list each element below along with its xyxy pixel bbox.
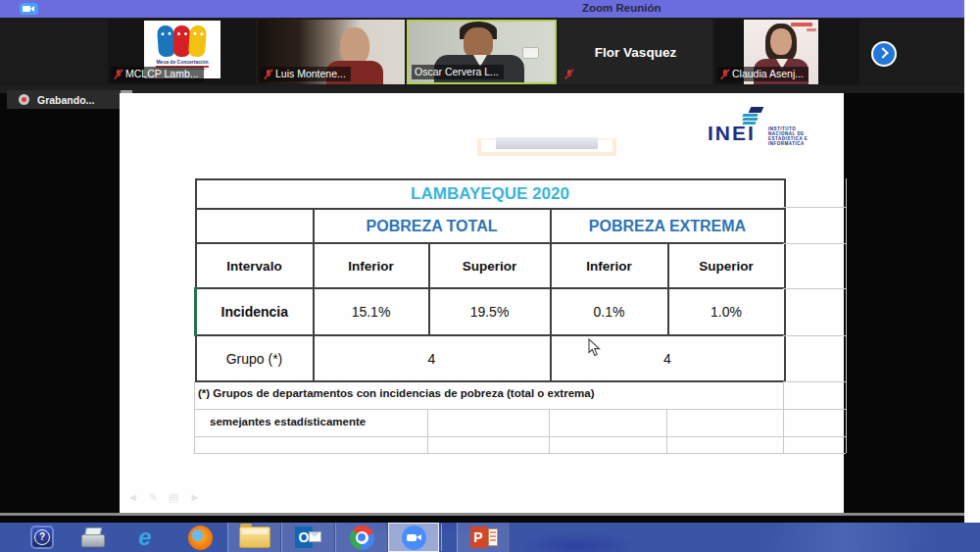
chrome-icon	[350, 526, 374, 550]
previous-slide-button[interactable]: ◄	[127, 491, 138, 504]
outlook-icon: O	[295, 527, 321, 548]
row-label-incidencia: Incidencia	[196, 288, 314, 335]
cell-incidencia-extrema-superior: 1.0%	[668, 288, 785, 335]
taskbar-help-app-button[interactable]: ?	[27, 523, 57, 552]
participant-tile-claudia[interactable]: Claudia Asenj...	[714, 20, 859, 84]
printer-icon	[79, 527, 105, 547]
group-header-pobreza-total: POBREZA TOTAL	[314, 209, 551, 243]
group-header-pobreza-extrema: POBREZA EXTREMA	[551, 209, 785, 243]
taskbar-firefox-button[interactable]	[184, 523, 216, 552]
participant-tile-oscar-active-speaker[interactable]: Oscar Cervera L...	[407, 20, 557, 84]
taskbar-printer-button[interactable]	[76, 523, 108, 552]
recording-label: Grabando...	[37, 94, 94, 106]
taskbar-file-explorer-button[interactable]	[227, 523, 281, 552]
video-camera-icon	[20, 3, 38, 15]
mclcp-logo-text: Mesa de Concertación	[144, 59, 220, 65]
cell-grupo-extrema: 4	[551, 335, 785, 381]
col-header-superior-1: Superior	[429, 243, 551, 288]
shared-slide: INEI INSTITUTONACIONAL DEESTADISTICA EIN…	[120, 93, 844, 513]
pen-tool-button[interactable]: ✎	[149, 491, 158, 504]
col-header-inferior-1: Inferior	[314, 243, 429, 288]
inei-subtitle: INSTITUTONACIONAL DEESTADISTICA EINFORMA…	[768, 126, 808, 146]
muted-mic-icon	[720, 69, 729, 79]
participant-name-label: Claudia Asenj...	[717, 67, 808, 81]
taskbar-powerpoint-button[interactable]: P	[457, 523, 511, 552]
table-title: LAMBAYEQUE 2020	[196, 179, 785, 209]
participant-tile-luis[interactable]: Luis Montene...	[258, 20, 405, 84]
window-title-bar: Zoom Reunión	[0, 0, 965, 18]
window-title: Zoom Reunión	[582, 2, 662, 14]
muted-mic-icon	[264, 69, 272, 79]
windows-taskbar: ? e O P	[0, 523, 980, 552]
participant-tile-flor[interactable]: Flor Vasquez	[559, 20, 712, 84]
cell-incidencia-total-superior: 19.5%	[429, 288, 551, 335]
cell-incidencia-extrema-inferior: 0.1%	[551, 288, 668, 335]
recording-indicator[interactable]: Grabando...	[7, 90, 121, 109]
muted-mic-icon	[564, 69, 573, 79]
firefox-icon	[188, 526, 213, 550]
internet-explorer-icon: e	[138, 526, 151, 549]
zoom-app-icon	[402, 526, 426, 550]
table-footnote-line2: semejantes estadísticamente	[210, 416, 366, 427]
next-participants-page-button[interactable]	[871, 41, 897, 67]
participant-name-label: Flor Vasquez	[559, 20, 712, 84]
table-footnote-line1: (*) Grupos de departamentos con incidenc…	[198, 387, 595, 399]
participants-strip: Mesa de Concertación MCLCP Lamb... Luis …	[0, 18, 964, 86]
col-header-superior-2: Superior	[668, 243, 785, 288]
cell-grupo-total: 4	[314, 335, 551, 381]
taskbar-zoom-button-active[interactable]	[388, 523, 439, 552]
poverty-table: LAMBAYEQUE 2020 POBREZA TOTAL POBREZA EX…	[194, 178, 786, 382]
cell-incidencia-total-inferior: 15.1%	[314, 288, 429, 335]
mouse-cursor	[588, 338, 601, 361]
taskbar-chrome-button[interactable]	[335, 523, 388, 552]
participant-name-label: Oscar Cervera L...	[412, 65, 504, 79]
next-slide-button[interactable]: ►	[190, 491, 201, 504]
help-icon: ?	[30, 526, 54, 549]
zoom-meeting-window: Zoom Reunión Mesa de Concertación MCLCP …	[0, 0, 980, 552]
record-dot-icon	[19, 94, 29, 105]
taskbar-outlook-button[interactable]: O	[281, 523, 335, 552]
participant-name-label: MCLCP Lamb...	[111, 67, 204, 81]
muted-mic-icon	[114, 69, 122, 79]
row-label-grupo: Grupo (*)	[196, 335, 314, 381]
mclcp-faces-icon	[144, 24, 220, 59]
taskbar-internet-explorer-button[interactable]: e	[129, 523, 161, 552]
light-switch	[522, 47, 539, 59]
col-header-intervalo: Intervalo	[196, 243, 314, 288]
inei-wordmark: INEI	[708, 123, 756, 143]
slide-overview-button[interactable]: ▤	[169, 491, 178, 504]
participant-name-label: Luis Montene...	[261, 67, 351, 81]
file-explorer-icon	[239, 527, 270, 548]
col-header-inferior-2: Inferior	[551, 243, 668, 288]
powerpoint-icon: P	[470, 527, 498, 548]
presenter-toolbar: ◄ ✎ ▤ ►	[127, 491, 200, 504]
inei-logo: INEI INSTITUTONACIONAL DEESTADISTICA EIN…	[708, 107, 835, 150]
participant-tile-mclcp[interactable]: Mesa de Concertación MCLCP Lamb...	[108, 20, 256, 84]
